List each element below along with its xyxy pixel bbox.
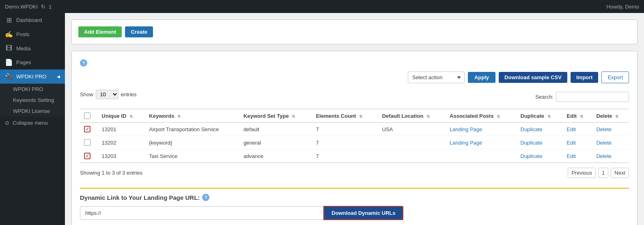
col-keywords: Keywords ⇅: [145, 109, 239, 123]
row-0-checkbox[interactable]: ✓: [84, 126, 90, 132]
row-2-elementsCount: 7: [312, 149, 378, 163]
apply-button[interactable]: Apply: [468, 72, 495, 83]
row-2-edit-link[interactable]: Edit: [567, 153, 576, 159]
sidebar-item-wpdki-pro[interactable]: 🔌 WPDKI PRO ◀: [0, 69, 65, 84]
sidebar-item-label: Media: [16, 45, 30, 52]
row-0-duplicate-link[interactable]: Duplicate: [521, 126, 543, 132]
sort-icon-edit[interactable]: ⇅: [580, 114, 583, 119]
row-1-defaultLocation: [378, 136, 446, 149]
row-2-checkbox[interactable]: ✓: [84, 153, 90, 159]
current-page[interactable]: 1: [598, 168, 608, 178]
site-name[interactable]: Demo.WPDKI: [5, 4, 38, 10]
row-0-keywordSetType: default: [239, 123, 312, 136]
row-1-delete-link[interactable]: Delete: [596, 140, 612, 146]
sort-icon-keywords[interactable]: ⇅: [177, 114, 181, 119]
sync-icon: ↻: [41, 4, 45, 10]
row-2-edit-cell: Edit: [563, 149, 592, 163]
row-0-associated-posts-link[interactable]: Landing Page: [450, 126, 482, 132]
row-2-delete-link[interactable]: Delete: [596, 153, 612, 159]
collapse-icon: ⊙: [5, 120, 9, 126]
row-0-delete-cell: Delete: [592, 123, 629, 136]
sidebar-item-label: WPDKI PRO: [16, 74, 46, 80]
sort-icon-dup[interactable]: ⇅: [547, 114, 551, 119]
sort-icon-ap[interactable]: ⇅: [497, 114, 500, 119]
sidebar-sub-keywords-setting[interactable]: Keywords Setting: [0, 95, 65, 106]
row-1-checkbox[interactable]: [84, 139, 90, 146]
col-elements-count: Elements Count ⇅: [312, 109, 378, 123]
sidebar-sub-wpdki-pro[interactable]: WPDKI PRO: [0, 84, 65, 95]
col-checkbox: [80, 109, 98, 123]
col-delete-label: Delete: [596, 113, 612, 119]
dashboard-icon: ⊞: [5, 16, 13, 24]
row-0-defaultLocation: USA: [378, 123, 446, 136]
sidebar-sub-wpdki-license[interactable]: WPDKI License: [0, 106, 65, 117]
row-2-keywordSetType: advance: [239, 149, 312, 163]
sort-icon-ec[interactable]: ⇅: [359, 114, 362, 119]
sort-icon-unique-id[interactable]: ⇅: [129, 114, 133, 119]
row-1-keywords: {keyword}: [145, 136, 239, 149]
help-icon[interactable]: ?: [80, 59, 87, 67]
row-1-associated-posts: Landing Page: [446, 136, 516, 149]
download-csv-button[interactable]: Download sample CSV: [499, 72, 567, 83]
admin-bar-greeting: Howdy, Demo: [606, 4, 639, 10]
row-2-keywords: Taxi Service: [145, 149, 239, 163]
table-header-row: Unique ID ⇅ Keywords ⇅ Keyword Set Type …: [80, 109, 629, 123]
import-button[interactable]: Import: [571, 72, 598, 83]
row-1-edit-link[interactable]: Edit: [567, 140, 576, 146]
row-1-associated-posts-link[interactable]: Landing Page: [450, 140, 482, 146]
row-0-checkbox-cell: ✓: [80, 123, 98, 136]
row-1-edit-cell: Edit: [563, 136, 592, 149]
row-2-duplicate-cell: Duplicate: [517, 149, 563, 163]
sort-icon-dl[interactable]: ⇅: [426, 114, 430, 119]
dynamic-help-icon[interactable]: ?: [202, 194, 209, 201]
download-dynamic-urls-button[interactable]: Download Dynamic URLs: [323, 206, 403, 220]
sync-count: 1: [49, 4, 52, 10]
sidebar-item-pages[interactable]: 📄 Pages: [0, 55, 65, 69]
pages-icon: 📄: [5, 58, 13, 66]
checkmark-icon: ✓: [85, 153, 89, 159]
row-1-duplicate-link[interactable]: Duplicate: [521, 140, 543, 146]
select-action-dropdown[interactable]: Select action Delete Selected: [408, 71, 465, 83]
search-row: Search:: [535, 92, 629, 102]
row-2-checkbox-cell: ✓: [80, 149, 98, 163]
export-button[interactable]: Export: [601, 71, 629, 83]
sort-icon-delete[interactable]: ⇅: [615, 114, 618, 119]
col-default-location: Default Location ⇅: [378, 109, 446, 123]
row-2-associated-posts: [446, 149, 516, 163]
row-0-elementsCount: 7: [312, 123, 378, 136]
col-keywords-label: Keywords: [149, 113, 174, 119]
pagination-controls: Previous 1 Next: [568, 168, 629, 178]
row-2-duplicate-link[interactable]: Duplicate: [521, 153, 543, 159]
previous-button[interactable]: Previous: [568, 168, 596, 178]
create-button[interactable]: Create: [125, 26, 153, 37]
dynamic-link-title: Dynamic Link to Your Landing Page URL: ?: [80, 194, 629, 201]
row-0-edit-link[interactable]: Edit: [567, 126, 576, 132]
sidebar-item-dashboard[interactable]: ⊞ Dashboard: [0, 13, 65, 27]
search-input[interactable]: [556, 92, 629, 102]
col-delete: Delete ⇅: [592, 109, 629, 123]
col-kst-label: Keyword Set Type: [243, 113, 289, 119]
sidebar-item-media[interactable]: 🎞 Media: [0, 41, 65, 55]
toolbar-row: Select action Delete Selected Apply Down…: [80, 71, 629, 83]
sidebar-item-label: Pages: [16, 59, 31, 65]
show-label: Show: [80, 91, 93, 97]
sidebar-item-label: Posts: [16, 31, 30, 37]
row-1-elementsCount: 7: [312, 136, 378, 149]
col-unique-id-label: Unique ID: [102, 113, 127, 119]
add-element-button[interactable]: Add Element: [78, 26, 122, 37]
entries-per-page-select[interactable]: 10 25 50 100: [96, 90, 118, 99]
sort-icon-kst[interactable]: ⇅: [292, 114, 295, 119]
collapse-menu-button[interactable]: ⊙ Collapse menu: [0, 117, 65, 129]
row-0-delete-link[interactable]: Delete: [596, 126, 612, 132]
row-0-uniqueId: 13201: [98, 123, 145, 136]
main-content: Add Element Create ? Select action Delet…: [65, 13, 644, 225]
row-0-associated-posts: Landing Page: [446, 123, 516, 136]
next-button[interactable]: Next: [611, 168, 629, 178]
table-row: ✓13201Airport Transportation Servicedefa…: [80, 123, 629, 136]
col-edit: Edit ⇅: [563, 109, 592, 123]
select-all-checkbox[interactable]: [84, 112, 90, 119]
dynamic-url-row: Download Dynamic URLs: [80, 206, 629, 220]
pagination-row: Showing 1 to 3 of 3 entries Previous 1 N…: [80, 168, 629, 178]
url-input[interactable]: [80, 206, 323, 220]
sidebar-item-posts[interactable]: ✍ Posts: [0, 27, 65, 41]
